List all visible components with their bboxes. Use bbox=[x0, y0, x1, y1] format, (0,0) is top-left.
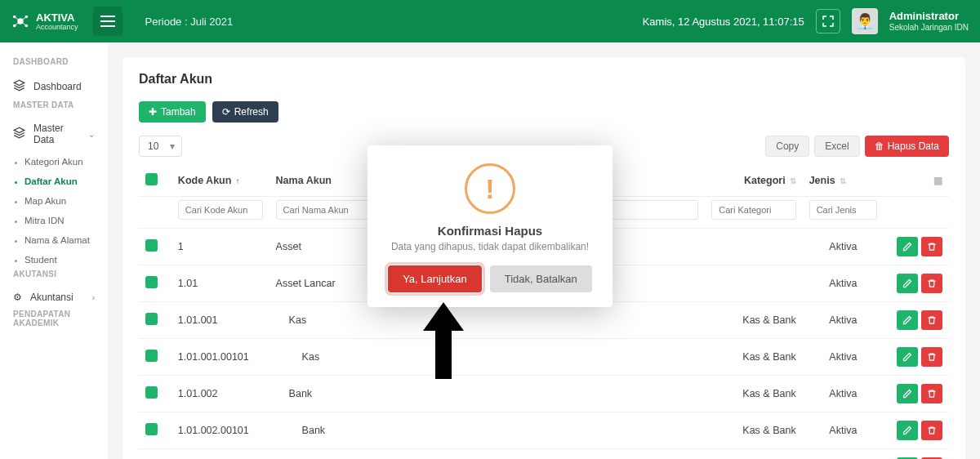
cell-kode: 1.01 bbox=[172, 265, 270, 302]
row-checkbox[interactable] bbox=[145, 313, 158, 325]
refresh-button[interactable]: ⟳Refresh bbox=[212, 101, 278, 123]
edit-button[interactable] bbox=[897, 310, 918, 330]
avatar[interactable]: 👨‍💼 bbox=[852, 8, 878, 34]
delete-data-button[interactable]: 🗑Hapus Data bbox=[865, 136, 949, 157]
sidebar-section-title: DASHBOARD bbox=[0, 57, 108, 73]
cell-jenis: Aktiva bbox=[803, 229, 884, 265]
sidebar-item[interactable]: Master Data⌄ bbox=[0, 116, 108, 152]
trash-icon bbox=[927, 352, 937, 362]
chevron-down-icon: ⌄ bbox=[88, 130, 95, 139]
trash-icon bbox=[927, 315, 937, 325]
topbar: AKTIVA Accountancy Periode : Juli 2021 K… bbox=[0, 0, 980, 42]
sidebar-subitem[interactable]: Student bbox=[0, 250, 108, 270]
filter-jenis-input[interactable] bbox=[809, 200, 877, 220]
hamburger-button[interactable] bbox=[93, 7, 122, 36]
cell-kategori bbox=[705, 265, 802, 302]
cell-jenis: Aktiva bbox=[803, 265, 884, 302]
sidebar-item[interactable]: ⚙Akuntansi› bbox=[0, 285, 108, 310]
hamburger-icon bbox=[100, 16, 115, 27]
delete-button[interactable] bbox=[921, 274, 942, 293]
cell-nama: Bank bbox=[270, 376, 706, 412]
cell-kategori: Kas & Bank bbox=[705, 302, 802, 339]
logo: AKTIVA Accountancy bbox=[11, 12, 78, 31]
cell-nama: Kas bbox=[270, 302, 706, 339]
confirm-button[interactable]: Ya, Lanjutkan bbox=[388, 265, 482, 292]
delete-button[interactable] bbox=[921, 384, 942, 403]
pencil-icon bbox=[902, 389, 912, 399]
layers-icon bbox=[13, 127, 25, 141]
copy-button[interactable]: Copy bbox=[765, 136, 809, 157]
fullscreen-icon bbox=[822, 16, 834, 27]
user-name: Administrator bbox=[889, 10, 969, 23]
fullscreen-button[interactable] bbox=[816, 9, 840, 33]
user-org: Sekolah Jaringan IDN bbox=[889, 23, 969, 33]
table-row: 1.01.002 Bank Kas & Bank Aktiva bbox=[139, 376, 949, 412]
cell-jenis: Aktiva bbox=[803, 449, 884, 460]
filter-kategori-input[interactable] bbox=[711, 200, 795, 220]
pencil-icon bbox=[902, 426, 912, 435]
cell-kode: 1.01.002.00101 bbox=[172, 412, 270, 449]
trash-icon bbox=[927, 389, 937, 399]
sidebar-item[interactable]: Dashboard bbox=[0, 73, 108, 100]
edit-button[interactable] bbox=[897, 237, 918, 256]
pencil-icon bbox=[902, 352, 912, 362]
settings-icon: ⚙ bbox=[13, 292, 22, 303]
delete-button[interactable] bbox=[921, 237, 942, 256]
sidebar-section-title: AKUTANSI bbox=[0, 270, 108, 285]
page-title: Daftar Akun bbox=[139, 72, 949, 87]
sidebar: DASHBOARDDashboardMASTER DATAMaster Data… bbox=[0, 42, 108, 459]
row-checkbox[interactable] bbox=[145, 276, 158, 288]
cell-kategori bbox=[705, 229, 802, 265]
row-checkbox[interactable] bbox=[145, 386, 158, 399]
logo-icon bbox=[11, 12, 29, 30]
filter-kode-input[interactable] bbox=[178, 200, 263, 220]
excel-button[interactable]: Excel bbox=[814, 136, 859, 157]
cell-kategori: Kas & Bank bbox=[705, 412, 802, 449]
plus-icon: ✚ bbox=[149, 106, 157, 118]
refresh-icon: ⟳ bbox=[222, 106, 230, 118]
cell-kategori: Kas & Bank bbox=[705, 339, 802, 376]
edit-button[interactable] bbox=[897, 347, 918, 367]
edit-button[interactable] bbox=[897, 384, 918, 403]
sidebar-subitem[interactable]: Map Akun bbox=[0, 191, 108, 211]
sidebar-subitem[interactable]: Nama & Alamat bbox=[0, 230, 108, 250]
periode-label: Periode : Juli 2021 bbox=[145, 16, 234, 28]
sidebar-subitem[interactable]: Mitra IDN bbox=[0, 211, 108, 230]
table-row: 1.01.002.00102 Bank 2 Kas & Bank Aktiva bbox=[139, 449, 949, 460]
confirm-modal: ! Konfirmasi Hapus Data yang dihapus, ti… bbox=[368, 145, 612, 307]
grid-icon[interactable]: ▦ bbox=[933, 175, 942, 186]
col-jenis[interactable]: Jenis⇅ bbox=[803, 165, 884, 197]
row-checkbox[interactable] bbox=[145, 239, 158, 252]
pencil-icon bbox=[902, 315, 912, 325]
trash-icon: 🗑 bbox=[875, 140, 884, 152]
delete-button[interactable] bbox=[921, 347, 942, 367]
sort-icon: ⇅ bbox=[790, 176, 796, 185]
sidebar-subitem[interactable]: Daftar Akun bbox=[0, 172, 108, 191]
edit-button[interactable] bbox=[897, 274, 918, 293]
cell-kode: 1 bbox=[172, 229, 270, 265]
sidebar-section-title: PENDAPATAN AKADEMIK bbox=[0, 310, 108, 334]
cell-kode: 1.01.001.00101 bbox=[172, 339, 270, 376]
cell-kode: 1.01.001 bbox=[172, 302, 270, 339]
sidebar-subitem[interactable]: Kategori Akun bbox=[0, 152, 108, 172]
edit-button[interactable] bbox=[897, 421, 918, 440]
cell-nama: Kas bbox=[270, 339, 706, 376]
row-checkbox[interactable] bbox=[145, 423, 158, 435]
delete-button[interactable] bbox=[921, 421, 942, 440]
pencil-icon bbox=[902, 242, 912, 252]
brand-name: AKTIVA bbox=[36, 12, 78, 23]
user-info: Administrator Sekolah Jaringan IDN bbox=[889, 10, 969, 33]
trash-icon bbox=[927, 426, 937, 435]
cell-kode: 1.01.002.00102 bbox=[172, 449, 270, 460]
cancel-button[interactable]: Tidak, Batalkan bbox=[490, 265, 592, 292]
trash-icon bbox=[927, 279, 937, 288]
select-all-checkbox[interactable] bbox=[145, 173, 158, 185]
pagesize-select[interactable]: 10 bbox=[139, 136, 182, 157]
col-kode[interactable]: Kode Akun↑ bbox=[172, 165, 270, 197]
add-button[interactable]: ✚Tambah bbox=[139, 101, 206, 123]
layers-icon bbox=[13, 79, 25, 94]
row-checkbox[interactable] bbox=[145, 350, 158, 362]
col-kategori[interactable]: Kategori⇅ bbox=[705, 165, 802, 197]
delete-button[interactable] bbox=[921, 310, 942, 330]
cell-jenis: Aktiva bbox=[803, 302, 884, 339]
